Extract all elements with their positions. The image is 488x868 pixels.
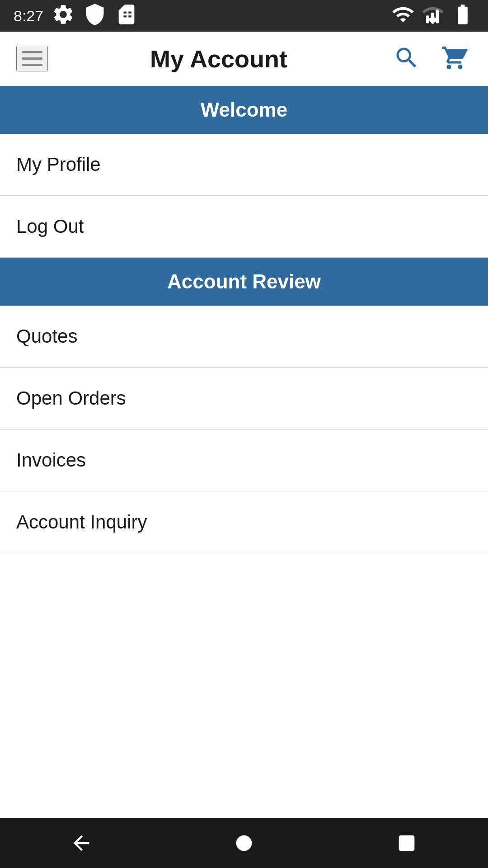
open-orders-label: Open Orders bbox=[16, 387, 126, 409]
svg-rect-0 bbox=[436, 9, 439, 23]
cart-icon bbox=[441, 44, 468, 71]
svg-point-3 bbox=[236, 835, 252, 851]
account-inquiry-item[interactable]: Account Inquiry bbox=[0, 491, 488, 553]
account-review-title: Account Review bbox=[167, 270, 321, 293]
search-icon bbox=[393, 44, 420, 71]
back-icon bbox=[70, 831, 93, 855]
back-button[interactable] bbox=[63, 825, 100, 862]
open-orders-item[interactable]: Open Orders bbox=[0, 368, 488, 429]
top-nav: My Account bbox=[0, 32, 488, 86]
nav-actions bbox=[389, 41, 472, 76]
welcome-section-header: Welcome bbox=[0, 86, 488, 134]
menu-line-1 bbox=[22, 51, 42, 53]
menu-line-2 bbox=[22, 57, 42, 60]
sim-icon bbox=[115, 3, 138, 29]
home-button[interactable] bbox=[225, 825, 263, 862]
status-time: 8:27 bbox=[14, 7, 43, 25]
home-icon bbox=[232, 831, 256, 855]
quotes-label: Quotes bbox=[16, 326, 77, 347]
welcome-menu-list: My Profile Log Out bbox=[0, 134, 488, 258]
bottom-nav bbox=[0, 818, 488, 868]
my-profile-label: My Profile bbox=[16, 154, 101, 175]
status-bar: 8:27 bbox=[0, 0, 488, 32]
recents-button[interactable] bbox=[388, 825, 425, 862]
battery-icon bbox=[451, 3, 474, 29]
settings-icon bbox=[52, 3, 75, 29]
status-bar-right bbox=[391, 3, 474, 29]
svg-rect-1 bbox=[431, 12, 434, 23]
menu-button[interactable] bbox=[16, 46, 48, 71]
account-review-menu-list: Quotes Open Orders Invoices Account Inqu… bbox=[0, 306, 488, 553]
recents-icon bbox=[395, 831, 418, 855]
log-out-item[interactable]: Log Out bbox=[0, 196, 488, 258]
menu-line-3 bbox=[22, 64, 42, 66]
content-area bbox=[0, 553, 488, 818]
welcome-title: Welcome bbox=[201, 99, 287, 121]
status-bar-left: 8:27 bbox=[14, 3, 138, 29]
quotes-item[interactable]: Quotes bbox=[0, 306, 488, 368]
account-review-section-header: Account Review bbox=[0, 258, 488, 306]
svg-rect-4 bbox=[399, 835, 415, 851]
log-out-label: Log Out bbox=[16, 216, 84, 237]
page-title: My Account bbox=[150, 45, 287, 73]
cart-button[interactable] bbox=[437, 41, 472, 76]
invoices-item[interactable]: Invoices bbox=[0, 429, 488, 491]
account-inquiry-label: Account Inquiry bbox=[16, 511, 147, 533]
search-button[interactable] bbox=[389, 41, 424, 76]
signal-icon bbox=[421, 3, 445, 29]
wifi-icon bbox=[391, 3, 415, 29]
shield-icon bbox=[83, 3, 107, 29]
invoices-label: Invoices bbox=[16, 449, 86, 471]
svg-rect-2 bbox=[426, 15, 429, 23]
my-profile-item[interactable]: My Profile bbox=[0, 134, 488, 196]
